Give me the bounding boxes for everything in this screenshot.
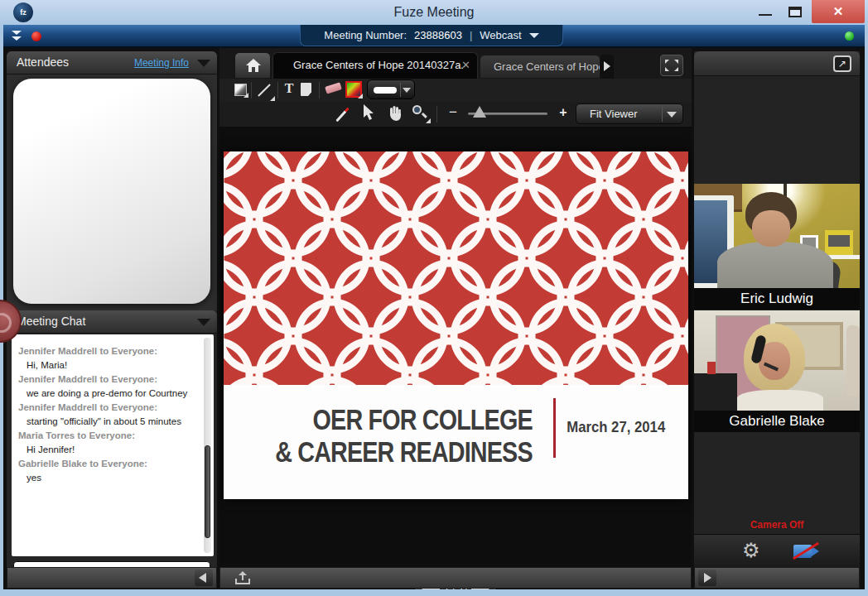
chat-message: Jennifer Maddrell to Everyone: starting … (18, 401, 195, 429)
home-icon (246, 59, 261, 72)
expand-right-panel-button[interactable] (698, 570, 716, 586)
zoom-out-button[interactable]: − (447, 104, 459, 121)
settings-gear-icon[interactable]: ⚙ (742, 539, 760, 562)
participant-name-eric: Eric Ludwig (694, 288, 860, 310)
chat-text: yes (18, 471, 195, 485)
tab-document-2[interactable]: Grace Centers of Hope (480, 55, 600, 79)
title-bar: Fuze Meeting fz ✕ (0, 0, 868, 25)
dropdown-divider (400, 83, 401, 97)
upload-icon-tray (235, 579, 250, 584)
cursor-icon (362, 104, 375, 121)
pan-hand-button[interactable] (387, 105, 403, 122)
tool-expand-icon (358, 94, 363, 99)
window-frame (865, 25, 868, 596)
arrow-left-icon (199, 573, 206, 583)
chat-sender: Jennifer Maddrell to Everyone: (18, 372, 195, 387)
shape-tool-button[interactable] (234, 84, 247, 96)
slide-title: OER FOR COLLEGE & CAREER READINESS (275, 403, 533, 468)
slide-title-line1: OER FOR COLLEGE (275, 403, 533, 435)
eraser-tool-button[interactable] (325, 82, 342, 94)
upload-share-button[interactable] (235, 571, 250, 584)
meeting-info-pill: Meeting Number: 23888603 | Webcast (300, 25, 563, 46)
zoom-in-button[interactable]: + (557, 104, 569, 121)
tab-close-icon[interactable]: ✕ (461, 53, 470, 78)
slide-title-line2: & CAREER READINESS (275, 435, 533, 468)
zoom-slider[interactable] (468, 104, 547, 121)
viewer-toolbar: − + Fit Viewer (219, 102, 692, 127)
maximize-button[interactable] (788, 7, 802, 17)
chat-sender: Jennifer Maddrell to Everyone: (18, 344, 195, 358)
video-toolbar: ⚙ (694, 534, 860, 567)
video-scene-person (737, 390, 823, 411)
chat-collapse-icon[interactable] (197, 319, 210, 326)
fuze-logo-icon: fz (13, 2, 33, 22)
line-tool-button[interactable] (256, 82, 272, 99)
toolbar-divider (436, 106, 437, 123)
participant-name-gabrielle: Gabrielle Blake (694, 411, 860, 432)
tool-expand-icon (426, 118, 431, 123)
chat-text: starting "officially" in about 5 minutes (18, 415, 195, 429)
zoom-tool-button[interactable] (412, 104, 428, 121)
chat-message-area: Jennifer Maddrell to Everyone: Hi, Maria… (12, 334, 214, 556)
left-panel-bottom-bar (7, 567, 217, 589)
toolbar-divider (277, 82, 278, 99)
fit-viewer-dropdown[interactable]: Fit Viewer (576, 103, 683, 124)
document-tab-bar: Grace Centers of Hope 20140327a. ✕ Grace… (219, 51, 692, 79)
camera-status-text: Camera Off (694, 519, 860, 531)
slider-thumb[interactable] (473, 106, 486, 118)
tool-expand-icon (270, 96, 275, 101)
presentation-slide: OER FOR COLLEGE & CAREER READINESS March… (224, 151, 688, 499)
camera-toggle-button[interactable] (792, 542, 822, 560)
close-button[interactable]: ✕ (812, 0, 865, 23)
toolbar-divider (319, 82, 320, 99)
video-scene-person (717, 242, 833, 288)
slide-viewer: OER FOR COLLEGE & CAREER READINESS March… (219, 127, 692, 596)
chat-text: we are doing a pre-demo for Courtney (18, 387, 195, 401)
arrow-right-icon (704, 573, 711, 583)
tab-label: Grace Centers of Hope 20140327a. (293, 59, 464, 71)
webcast-label[interactable]: Webcast (480, 29, 521, 41)
collapse-chevrons-icon[interactable] (12, 31, 22, 42)
center-bottom-bar (219, 567, 692, 589)
attendees-header: Attendees Meeting Info (7, 51, 217, 74)
attendees-overlay-card (13, 79, 210, 304)
color-picker-button[interactable] (345, 81, 362, 98)
attendees-collapse-icon[interactable] (197, 60, 210, 67)
video-panel-header: ↗ (694, 51, 860, 76)
minimize-button[interactable] (759, 14, 772, 16)
video-scene-person (752, 210, 790, 247)
video-scene-element (694, 373, 737, 411)
chat-message: Gabrielle Blake to Everyone: yes (18, 457, 195, 485)
window-frame (0, 589, 868, 596)
divider: | (470, 29, 472, 41)
chevron-down-icon (667, 112, 677, 118)
laser-pointer-button[interactable] (334, 105, 352, 123)
fullscreen-button[interactable] (660, 55, 683, 76)
tab-document-1[interactable]: Grace Centers of Hope 20140327a. ✕ (272, 52, 478, 79)
chat-text: Hi Jennifer! (18, 443, 195, 457)
chat-scrollbar[interactable] (204, 338, 211, 553)
meeting-info-link[interactable]: Meeting Info (134, 57, 189, 69)
chat-title: Meeting Chat (17, 315, 85, 328)
webcast-dropdown-icon[interactable] (529, 33, 539, 38)
left-sidebar: Attendees Meeting Info Meeting Chat Jenn… (7, 51, 217, 567)
tab-scroll-right-button[interactable] (600, 55, 614, 79)
chat-scrollbar-thumb[interactable] (205, 445, 210, 538)
chat-sender: Gabrielle Blake to Everyone: (18, 457, 195, 471)
line-thickness-dropdown[interactable] (367, 79, 415, 99)
popout-button[interactable]: ↗ (833, 55, 851, 72)
note-tool-button[interactable] (301, 83, 311, 96)
line-icon (258, 84, 271, 97)
magnifier-icon (412, 105, 422, 114)
video-feed-eric (694, 184, 860, 288)
text-tool-button[interactable]: T (282, 81, 296, 98)
fullscreen-icon (662, 56, 682, 74)
tool-expand-icon (244, 93, 248, 98)
recording-indicator-icon (31, 31, 41, 41)
home-tab[interactable] (234, 52, 271, 79)
collapse-left-panel-button[interactable] (195, 570, 213, 586)
chat-sender: Jennifer Maddrell to Everyone: (18, 401, 195, 415)
select-cursor-button[interactable] (362, 104, 377, 123)
video-scene-element (846, 325, 860, 397)
slide-title-block: OER FOR COLLEGE & CAREER READINESS March… (224, 385, 688, 499)
